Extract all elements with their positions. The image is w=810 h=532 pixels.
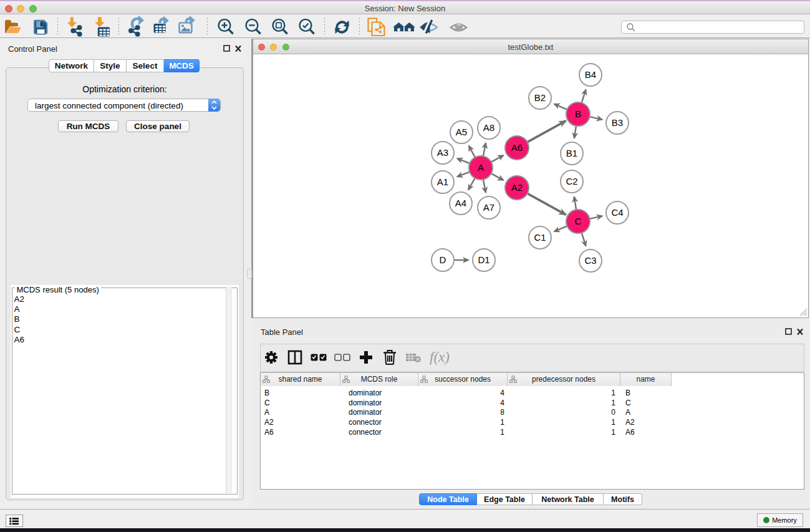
svg-text:A2: A2: [511, 182, 523, 193]
svg-text:A4: A4: [455, 198, 466, 208]
svg-text:A8: A8: [483, 122, 494, 133]
svg-text:C4: C4: [611, 207, 623, 218]
svg-text:D: D: [440, 254, 446, 265]
svg-text:C3: C3: [584, 255, 596, 266]
svg-text:B3: B3: [612, 117, 623, 128]
svg-text:A: A: [478, 162, 484, 173]
svg-text:C1: C1: [534, 232, 546, 243]
svg-text:f(x): f(x): [430, 349, 450, 365]
svg-text:B: B: [575, 109, 581, 119]
svg-text:B4: B4: [585, 69, 596, 80]
svg-text:C2: C2: [566, 176, 577, 186]
svg-text:A7: A7: [483, 202, 494, 213]
svg-text:A3: A3: [437, 147, 448, 158]
svg-text:B1: B1: [566, 148, 577, 158]
svg-text:C: C: [575, 216, 582, 226]
svg-text:A5: A5: [456, 127, 467, 137]
svg-text:A1: A1: [437, 177, 448, 187]
svg-text:A6: A6: [511, 142, 523, 153]
svg-text:D1: D1: [478, 254, 489, 265]
svg-text:B2: B2: [534, 92, 546, 103]
